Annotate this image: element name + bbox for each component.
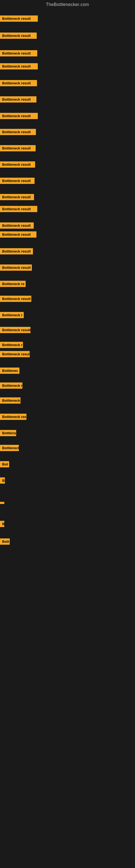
bottleneck-result-item[interactable]: Bottleneck result <box>0 248 33 254</box>
bottleneck-result-item[interactable]: Bottleneck result <box>0 296 31 302</box>
bottleneck-result-item[interactable]: Bottleneck result <box>0 80 37 86</box>
bottleneck-result-item[interactable]: Bottlens <box>0 430 16 436</box>
bottleneck-result-item[interactable]: Bottleneck result <box>0 129 36 135</box>
bottleneck-result-item[interactable]: Bottleneck result <box>0 63 38 69</box>
bottleneck-result-item[interactable]: Bottleneck result <box>0 145 36 151</box>
bottleneck-result-item[interactable]: Bottleneck r <box>0 312 24 318</box>
bottleneck-result-item[interactable]: B <box>0 521 4 527</box>
bottleneck-result-item[interactable] <box>0 502 4 504</box>
bottleneck-result-item[interactable]: Bottleneck result <box>0 265 32 271</box>
bottleneck-result-item[interactable]: Bottleneck result <box>0 161 35 167</box>
bottleneck-result-item[interactable]: Bottleneck result <box>0 50 37 56</box>
bottleneck-result-item[interactable]: Bottleneck result <box>0 194 34 200</box>
bottleneck-result-item[interactable]: Bottleneck result <box>0 206 37 212</box>
bottleneck-result-item[interactable]: Bottleneck result <box>0 178 35 184</box>
bottleneck-result-item[interactable]: Bottleneck <box>0 397 20 404</box>
bottleneck-result-item[interactable]: Bottleneck re <box>0 281 26 287</box>
bottleneck-result-item[interactable]: Bottleneck result <box>0 351 30 357</box>
bottleneck-result-item[interactable]: Bottleneck result <box>0 16 38 22</box>
bottleneck-result-item[interactable]: Bottleneck result <box>0 96 37 102</box>
bottleneck-result-item[interactable]: Bottleneck <box>0 445 19 451</box>
bottleneck-result-item[interactable]: Bottleneck result <box>0 327 31 333</box>
bottleneck-result-item[interactable]: Bottlenec <box>0 368 19 374</box>
bottleneck-result-item[interactable]: B <box>0 477 5 484</box>
bottleneck-result-item[interactable]: Bottleneck result <box>0 33 37 39</box>
bottleneck-result-item[interactable]: Bottleneck r <box>0 342 23 348</box>
site-title: TheBottlenecker.com <box>0 0 135 9</box>
bottleneck-result-item[interactable]: Bottleneck res <box>0 414 27 420</box>
bottleneck-result-item[interactable]: Bot <box>0 461 9 467</box>
bottleneck-result-item[interactable]: Bottleneck result <box>0 113 38 119</box>
bottleneck-result-item[interactable]: Bottleneck result <box>0 231 37 238</box>
bottleneck-result-item[interactable]: Bott <box>0 538 10 545</box>
bottleneck-result-item[interactable]: Bottleneck r <box>0 382 22 389</box>
bottleneck-result-item[interactable]: Bottleneck result <box>0 222 34 229</box>
